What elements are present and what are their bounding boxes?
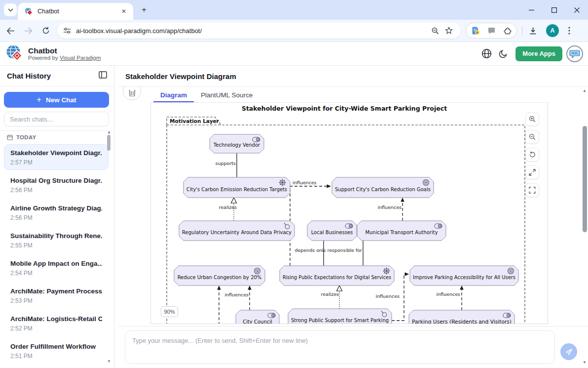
chat-item[interactable]: Sustainability Through Rene...2:55 PM <box>4 227 109 253</box>
url-bar[interactable]: ai-toolbox.visual-paradigm.com/app/chatb… <box>57 23 461 39</box>
window-close-button[interactable] <box>565 0 588 20</box>
new-tab-button[interactable]: + <box>138 4 150 16</box>
chevron-down-icon <box>8 8 13 12</box>
url-text: ai-toolbox.visual-paradigm.com/app/chatb… <box>76 27 427 35</box>
reload-icon <box>42 27 50 35</box>
close-icon <box>574 7 580 13</box>
puzzle-icon <box>503 27 512 35</box>
more-apps-button[interactable]: More Apps <box>515 46 562 61</box>
extensions-pill <box>466 23 517 39</box>
fullscreen-button[interactable] <box>525 183 539 197</box>
chat-item-title: ArchiMate: Payment Process ... <box>10 287 102 295</box>
chat-item[interactable]: ArchiMate: Logistics-Retail C...2:52 PM <box>4 310 109 336</box>
svg-text:Improve Parking Accessibility: Improve Parking Accessibility for All Us… <box>413 275 515 280</box>
back-button[interactable] <box>3 23 18 38</box>
chat-item[interactable]: Order Fulfillment Workflow2:51 PM <box>4 338 109 364</box>
kebab-menu-icon <box>568 27 570 35</box>
tab-search-chevron-button[interactable] <box>4 3 17 16</box>
diagram-node-rising: Rising Public Expectations for Digital S… <box>280 266 394 286</box>
diagram-svg: Stakeholder Viewpoint for City-Wide Smar… <box>151 103 548 324</box>
reading-list-button[interactable] <box>470 25 481 36</box>
moon-icon <box>499 49 508 58</box>
chat-item-title: Sustainability Through Rene... <box>10 232 102 240</box>
chat-item[interactable]: ArchiMate: Payment Process ...2:53 PM <box>4 283 109 308</box>
diagram-canvas[interactable]: Stakeholder Viewpoint for City-Wide Smar… <box>150 103 548 324</box>
dark-mode-button[interactable] <box>495 45 512 62</box>
visual-paradigm-link[interactable]: Visual Paradigm <box>60 55 101 61</box>
arrowhead <box>405 272 409 276</box>
bot-avatar <box>123 87 141 100</box>
tab-close-icon[interactable]: ✕ <box>119 7 128 16</box>
forward-button[interactable] <box>21 23 36 38</box>
extensions-button[interactable] <box>502 25 513 36</box>
arrowhead <box>337 286 342 291</box>
collapse-sidebar-button[interactable] <box>99 71 107 81</box>
edge-label: depends on <box>294 247 322 253</box>
send-button[interactable] <box>560 343 577 360</box>
edge-label: is responsible for <box>322 247 362 253</box>
chat-item[interactable]: Stakeholder Viewpoint Diagr...2:57 PM <box>4 144 109 170</box>
downloads-button[interactable] <box>525 23 540 38</box>
expand-button[interactable] <box>525 165 539 179</box>
chat-item-title: Mobile App Impact on Enga... <box>10 259 102 268</box>
diagram-title: Stakeholder Viewpoint for City-Wide Smar… <box>242 105 447 112</box>
driver-icon <box>279 179 286 186</box>
zoom-indicator-button[interactable] <box>429 25 441 37</box>
svg-text:Municipal Transport Authority: Municipal Transport Authority <box>365 230 438 235</box>
chat-item[interactable]: Airline Growth Strategy Diag...2:56 PM <box>4 200 109 225</box>
chat-item[interactable]: Hospital Org Structure Diagr...2:56 PM <box>4 172 109 198</box>
bookmark-star-button[interactable] <box>443 25 455 37</box>
chat-item[interactable]: Mobile App Impact on Enga...2:54 PM <box>4 255 109 281</box>
arrowhead <box>248 286 252 290</box>
chat-list: Stakeholder Viewpoint Diagr...2:57 PMHos… <box>0 143 112 368</box>
sidebar-scrollbar-thumb[interactable] <box>107 135 110 151</box>
chat-bubble-icon <box>487 27 496 35</box>
reload-button[interactable] <box>38 23 53 38</box>
zoom-out-button[interactable] <box>525 130 539 144</box>
new-chat-button[interactable]: + New Chat <box>4 92 109 108</box>
back-icon <box>6 27 15 35</box>
sidebar-scroll-up-arrow[interactable]: ▲ <box>106 130 112 134</box>
comment-button[interactable] <box>486 25 497 36</box>
browser-tab[interactable]: Chatbot ✕ <box>18 3 133 20</box>
main-content: Stakeholder Viewpoint Diagram Diagram Pl… <box>118 66 588 368</box>
message-input[interactable] <box>125 331 554 364</box>
section-today: TODAY <box>0 130 114 143</box>
profile-avatar[interactable]: A <box>546 24 559 37</box>
zoom-in-button[interactable] <box>525 112 539 126</box>
diagram-node-targets: City's Carbon Emission Reduction Targets <box>184 177 290 198</box>
download-icon <box>529 27 537 35</box>
svg-text:Regulatory Uncertainty Around: Regulatory Uncertainty Around Data Priva… <box>182 230 292 235</box>
arrowhead <box>217 286 221 290</box>
plus-icon: + <box>37 95 41 104</box>
chat-item-title: Stakeholder Viewpoint Diagr... <box>10 149 102 157</box>
edge-label: influences <box>377 204 402 210</box>
language-button[interactable] <box>478 45 495 62</box>
browser-menu-button[interactable] <box>562 23 577 38</box>
tab-plantuml-source[interactable]: PlantUML Source <box>194 89 259 102</box>
reset-rotate-icon <box>529 151 536 158</box>
sidebar-scroll-down-arrow[interactable]: ▼ <box>106 359 112 364</box>
chat-item-time: 2:55 PM <box>10 242 102 249</box>
tab-diagram[interactable]: Diagram <box>153 89 194 102</box>
result-tabbar: Diagram PlantUML Source <box>150 89 548 103</box>
reset-view-button[interactable] <box>525 148 539 162</box>
main-scrollbar-thumb[interactable] <box>583 126 587 232</box>
arrowhead <box>401 198 404 202</box>
main-scroll-up-arrow[interactable]: ▲ <box>581 88 588 93</box>
arrowhead <box>327 184 331 188</box>
window-minimize-button[interactable] <box>520 0 543 20</box>
diagram-node-transport_auth: Municipal Transport Authority <box>357 221 446 241</box>
svg-text:City Council: City Council <box>243 319 272 324</box>
app-logo <box>5 43 24 64</box>
diagram-node-local_biz: Local Businesses <box>307 221 357 241</box>
chat-widget-button[interactable] <box>566 45 583 62</box>
search-input[interactable] <box>4 112 109 126</box>
panel-collapse-icon <box>99 71 107 79</box>
site-info-icon <box>63 27 71 34</box>
diagram-node-tech_vendor: Technology Vendor <box>210 134 264 153</box>
window-maximize-button[interactable] <box>543 0 565 20</box>
edge-label: realizes <box>321 291 339 297</box>
main-scroll-down-arrow[interactable]: ▼ <box>581 360 588 365</box>
zoom-out-magnifier-icon <box>432 27 439 35</box>
